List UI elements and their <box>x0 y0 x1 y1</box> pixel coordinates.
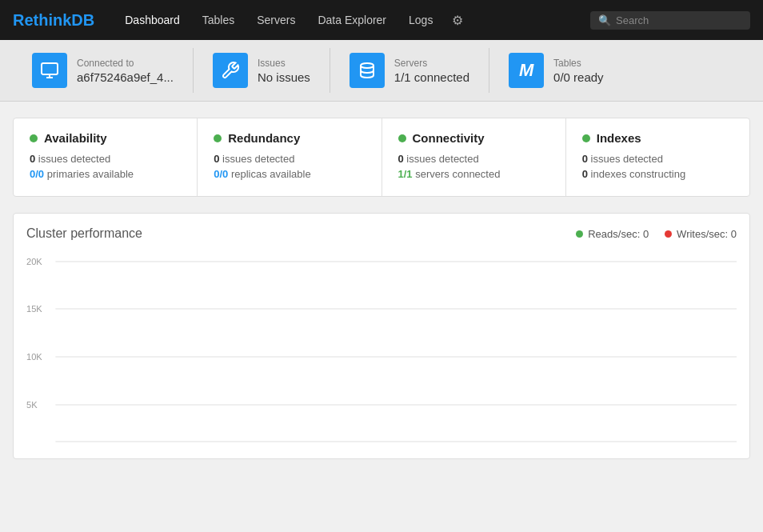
status-tables[interactable]: M Tables 0/0 ready <box>489 48 623 93</box>
status-servers-info: Servers 1/1 connected <box>394 58 469 84</box>
status-servers-value: 1/1 connected <box>394 70 469 84</box>
status-connected-label: Connected to <box>77 58 174 69</box>
status-connected-info: Connected to a6f75246a9ef_4... <box>77 58 174 84</box>
chart-svg: 20K 15K 10K 5K <box>26 254 737 446</box>
redundancy-stat-2: 0/0 replicas available <box>214 168 365 180</box>
indexes-dot <box>582 134 590 142</box>
legend-reads: Reads/sec: 0 <box>576 228 649 240</box>
gear-icon[interactable]: ⚙ <box>444 0 471 40</box>
status-tables-label: Tables <box>553 58 604 69</box>
availability-dot <box>30 134 38 142</box>
search-bar[interactable]: 🔍 <box>590 11 750 30</box>
y-label-20k: 20K <box>26 257 42 266</box>
brand-text-blue: DB <box>71 11 94 29</box>
y-label-15k: 15K <box>26 304 42 314</box>
writes-legend-label: Writes/sec: 0 <box>677 228 737 240</box>
redundancy-stat-1: 0 issues detected <box>214 153 365 165</box>
legend-writes: Writes/sec: 0 <box>665 228 737 240</box>
status-issues-value: No issues <box>258 70 310 84</box>
status-tables-value: 0/0 ready <box>553 70 604 84</box>
nav-dashboard[interactable]: Dashboard <box>114 0 191 40</box>
status-issues-label: Issues <box>258 58 310 69</box>
tables-icon: M <box>509 53 544 88</box>
availability-stat-2: 0/0 primaries available <box>30 168 181 180</box>
nav-servers[interactable]: Servers <box>246 0 306 40</box>
card-indexes: Indexes 0 issues detected 0 indexes cons… <box>566 118 749 196</box>
chart-container: 20K 15K 10K 5K <box>26 254 737 446</box>
status-servers[interactable]: Servers 1/1 connected <box>330 48 489 93</box>
status-connected[interactable]: Connected to a6f75246a9ef_4... <box>13 48 194 93</box>
y-label-10k: 10K <box>26 352 42 362</box>
brand-logo[interactable]: RethinkDB <box>13 11 94 30</box>
monitor-icon <box>32 53 67 88</box>
wrench-icon <box>213 53 248 88</box>
indexes-stat-1: 0 issues detected <box>582 153 733 165</box>
status-connected-value: a6f75246a9ef_4... <box>77 70 174 84</box>
database-icon <box>350 53 385 88</box>
status-issues-info: Issues No issues <box>258 58 310 84</box>
cluster-performance: Cluster performance Reads/sec: 0 Writes/… <box>13 213 750 459</box>
search-icon: 🔍 <box>598 14 611 26</box>
navbar: RethinkDB Dashboard Tables Servers Data … <box>0 0 763 40</box>
status-issues[interactable]: Issues No issues <box>194 48 330 93</box>
connectivity-stat-1: 0 issues detected <box>398 153 549 165</box>
card-connectivity: Connectivity 0 issues detected 1/1 serve… <box>382 118 566 196</box>
nav-tables[interactable]: Tables <box>191 0 246 40</box>
status-servers-label: Servers <box>394 58 469 69</box>
reads-legend-label: Reads/sec: 0 <box>588 228 649 240</box>
main-content: Availability 0 issues detected 0/0 prima… <box>0 102 763 475</box>
card-indexes-title: Indexes <box>582 131 733 145</box>
writes-legend-dot <box>665 230 672 238</box>
status-cards: Availability 0 issues detected 0/0 prima… <box>13 118 750 197</box>
card-connectivity-title: Connectivity <box>398 131 549 145</box>
brand-text-white: Rethink <box>13 11 71 29</box>
availability-stat-1: 0 issues detected <box>30 153 181 165</box>
nav-data-explorer[interactable]: Data Explorer <box>306 0 397 40</box>
perf-title: Cluster performance <box>26 226 142 241</box>
status-bar: Connected to a6f75246a9ef_4... Issues No… <box>0 40 763 102</box>
card-availability: Availability 0 issues detected 0/0 prima… <box>14 118 198 196</box>
card-redundancy: Redundancy 0 issues detected 0/0 replica… <box>198 118 382 196</box>
reads-legend-dot <box>576 230 583 238</box>
nav-logs[interactable]: Logs <box>397 0 444 40</box>
card-availability-title: Availability <box>30 131 181 145</box>
indexes-stat-2: 0 indexes constructing <box>582 168 733 180</box>
svg-rect-0 <box>42 63 58 74</box>
perf-legend: Reads/sec: 0 Writes/sec: 0 <box>576 228 737 240</box>
perf-header: Cluster performance Reads/sec: 0 Writes/… <box>26 226 737 241</box>
connectivity-dot <box>398 134 406 142</box>
svg-point-3 <box>361 63 374 68</box>
status-tables-info: Tables 0/0 ready <box>553 58 604 84</box>
card-redundancy-title: Redundancy <box>214 131 365 145</box>
search-input[interactable] <box>616 14 742 26</box>
connectivity-stat-2: 1/1 servers connected <box>398 168 549 180</box>
nav-links: Dashboard Tables Servers Data Explorer L… <box>114 0 590 40</box>
redundancy-dot <box>214 134 222 142</box>
y-label-5k: 5K <box>26 400 38 410</box>
